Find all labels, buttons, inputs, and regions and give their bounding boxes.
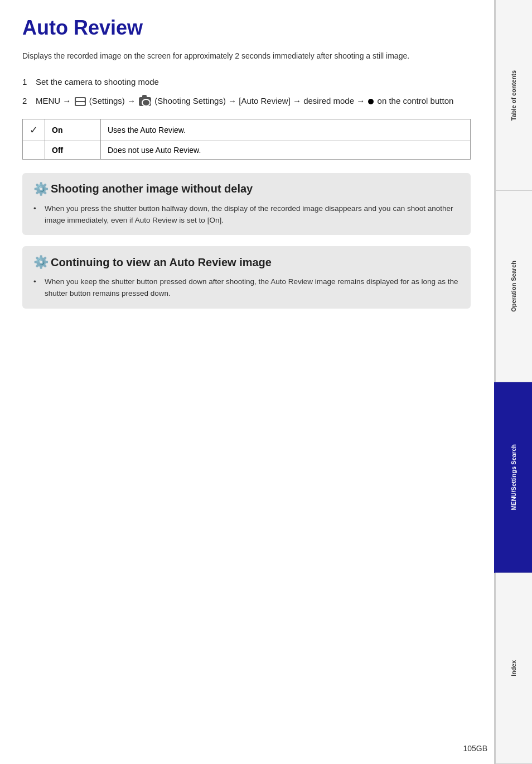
side-nav-item-index[interactable]: Index — [494, 573, 532, 764]
control-button-icon — [368, 99, 374, 104]
tip-title-tip2: ⚙️ Continuing to view an Auto Review ima… — [33, 255, 460, 270]
tip-text: When you keep the shutter button pressed… — [45, 276, 460, 300]
side-nav-label-menu-settings-search: MENU/Settings Search — [510, 444, 518, 511]
tip-icon: ⚙️ — [33, 182, 49, 196]
main-content: Auto Review Displays the recorded image … — [0, 0, 493, 342]
table-description-cell: Uses the Auto Review. — [101, 119, 471, 141]
bullet: • — [33, 203, 42, 215]
step-2-text: MENU → (Settings) → (Shooting Settings) … — [36, 94, 471, 108]
tip-body-tip1: • When you press the shutter button half… — [33, 203, 460, 227]
table-check-cell: ✓ — [23, 119, 45, 141]
intro-text: Displays the recorded image on the scree… — [22, 50, 471, 62]
tip-body-tip2: • When you keep the shutter button press… — [33, 276, 460, 300]
table-check-cell — [23, 141, 45, 159]
side-nav-item-operation-search[interactable]: Operation Search — [494, 191, 532, 382]
steps-container: 1 Set the camera to shooting mode 2 MENU… — [22, 75, 471, 108]
table-option-cell: Off — [45, 141, 101, 159]
checkmark-icon: ✓ — [30, 124, 38, 136]
step-1-text: Set the camera to shooting mode — [36, 75, 471, 89]
step-1: 1 Set the camera to shooting mode — [22, 75, 471, 89]
side-nav-item-table-of-contents[interactable]: Table of contents — [494, 0, 532, 191]
step-2-num: 2 — [22, 94, 36, 108]
page-number: 105GB — [463, 744, 487, 753]
tip-title-tip1: ⚙️ Shooting another image without delay — [33, 182, 460, 196]
side-nav-label-table-of-contents: Table of contents — [510, 70, 518, 121]
page-title: Auto Review — [22, 17, 471, 39]
side-nav-label-index: Index — [510, 660, 518, 676]
table-row: OffDoes not use Auto Review. — [23, 141, 471, 159]
options-table: ✓OnUses the Auto Review.OffDoes not use … — [22, 119, 471, 160]
tips-container: ⚙️ Shooting another image without delay•… — [22, 173, 471, 309]
side-nav: Table of contentsOperation SearchMENU/Se… — [494, 0, 532, 764]
table-row: ✓OnUses the Auto Review. — [23, 119, 471, 141]
tip-box-tip1: ⚙️ Shooting another image without delay•… — [22, 173, 471, 236]
settings-icon — [75, 97, 86, 106]
tip-icon: ⚙️ — [33, 255, 49, 270]
bullet: • — [33, 276, 42, 288]
table-option-cell: On — [45, 119, 101, 141]
side-nav-item-menu-settings-search[interactable]: MENU/Settings Search — [494, 382, 532, 573]
camera-icon — [139, 97, 151, 106]
tip-text: When you press the shutter button halfwa… — [45, 203, 460, 227]
tip-box-tip2: ⚙️ Continuing to view an Auto Review ima… — [22, 246, 471, 309]
step-1-num: 1 — [22, 75, 36, 89]
step-2: 2 MENU → (Settings) → (Shooting Settings… — [22, 94, 471, 108]
table-description-cell: Does not use Auto Review. — [101, 141, 471, 159]
side-nav-label-operation-search: Operation Search — [510, 261, 518, 312]
